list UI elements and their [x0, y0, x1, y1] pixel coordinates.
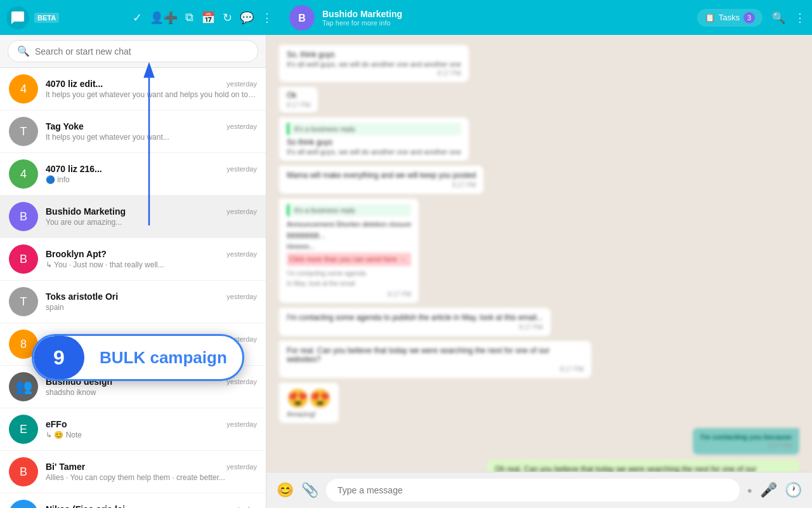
chat-time: yesterday	[226, 123, 257, 130]
chat-name: Bushido Marketing	[322, 9, 690, 19]
chat-icon[interactable]: 💬	[240, 11, 254, 25]
avatar: 4	[9, 159, 38, 189]
list-item[interactable]: 4 4070 liz edit... yesterday It helps yo…	[0, 68, 266, 110]
chat-item-content: Bushido Marketing yesterday You are our …	[46, 206, 257, 227]
chat-time: yesterday	[226, 250, 257, 258]
chat-item-content: eFFo yesterday ↳ 😊 Note	[46, 419, 257, 439]
chat-area: So, think guys It's all well guys, we wi…	[266, 35, 812, 508]
chat-name: 4070 liz edit...	[46, 79, 103, 89]
messages-container: So, think guys It's all well guys, we wi…	[266, 35, 812, 472]
chat-time: yesterday	[226, 505, 257, 508]
message-bubble: I'm contacting some agenda to publish th…	[279, 308, 551, 336]
chat-item-content: 4070 liz edit... yesterday It helps you …	[46, 79, 257, 99]
chat-preview: ↳ 😊 Note	[46, 431, 257, 439]
search-input[interactable]	[35, 46, 249, 57]
top-bar: BETA ✓ 👤➕ ⧉ 📅 ↻ 💬 ⋮ B Bushido Marketing …	[0, 0, 812, 35]
message-bubble: Oh real. Can you believe that today we w…	[487, 460, 799, 472]
chat-name: Tag Yoke	[46, 121, 84, 131]
bulk-campaign-badge[interactable]: 9 BULK campaign	[32, 334, 244, 381]
chat-header: B Bushido Marketing Tap here for more in…	[277, 5, 806, 30]
message-row: So, think guys It's all well guys, we wi…	[279, 45, 799, 82]
chat-preview: You are our amazing...	[46, 218, 257, 227]
message-bubble: It's a business reply Announcement-Short…	[279, 199, 419, 303]
message-row: It's a business reply So think guys It's…	[279, 117, 799, 161]
chat-time: yesterday	[226, 378, 257, 385]
message-bubble: Mama will make everything and we will ke…	[279, 166, 483, 194]
message-input[interactable]	[326, 479, 740, 502]
svg-text:B: B	[298, 12, 306, 23]
avatar: T	[9, 287, 38, 316]
search-bar: 🔍	[0, 35, 266, 68]
toolbar-icons: ✓ 👤➕ ⧉ 📅 ↻ 💬 ⋮	[133, 11, 273, 25]
chat-time: yesterday	[226, 293, 257, 300]
message-row: Mama will make everything and we will ke…	[279, 166, 799, 194]
tasks-count-badge: 3	[743, 12, 755, 23]
message-bubble: Ok 8:17 PM	[279, 87, 318, 112]
list-item[interactable]: B Brooklyn Apt? yesterday ↳ You · Just n…	[0, 238, 266, 281]
mic-icon[interactable]: 🎤	[760, 482, 777, 498]
search-chat-icon[interactable]: 🔍	[771, 11, 785, 25]
chat-item-content: Brooklyn Apt? yesterday ↳ You · Just now…	[46, 249, 257, 269]
chat-list: 4 4070 liz edit... yesterday It helps yo…	[0, 68, 266, 508]
message-bubble: 😍😍 Amazing!	[279, 383, 339, 423]
list-item[interactable]: B Bi' Tamer yesterday Allies · You can c…	[0, 451, 266, 493]
list-item[interactable]: N Nikos (Fico oria loi yesterday 😊	[0, 493, 266, 508]
copy-icon[interactable]: ⧉	[185, 11, 193, 24]
avatar: 4	[9, 74, 38, 104]
tasks-icon: 📋	[705, 13, 715, 22]
emoji-icon[interactable]: 😊	[277, 482, 294, 498]
search-icon: 🔍	[17, 45, 30, 57]
avatar: 👥	[9, 372, 38, 401]
avatar: E	[9, 415, 38, 444]
chat-item-content: Tag Yoke yesterday It helps you get what…	[46, 121, 257, 142]
calendar-icon[interactable]: 📅	[201, 11, 215, 25]
chat-preview: 🔵 info	[46, 175, 257, 184]
avatar: N	[9, 500, 38, 508]
checkmark-icon[interactable]: ✓	[133, 11, 142, 25]
list-item[interactable]: T Toks aristotle Ori yesterday spain	[0, 281, 266, 323]
chat-preview: shadsho iknow	[46, 388, 257, 397]
bulk-campaign-number: 9	[34, 336, 84, 379]
chat-more-icon[interactable]: ⋮	[794, 11, 806, 25]
more-icon[interactable]: ⋮	[261, 11, 273, 25]
attachment-icon[interactable]: 📎	[301, 482, 318, 498]
chat-avatar: B	[289, 5, 315, 30]
message-bubble: For real. Can you believe that today we …	[279, 341, 591, 378]
chat-header-actions: 📋 Tasks 3 🔍 ⋮	[697, 9, 806, 27]
message-row: For real. Can you believe that today we …	[279, 341, 799, 378]
chat-item-content: 4070 liz 216... yesterday 🔵 info	[46, 164, 257, 184]
chat-time: yesterday	[226, 80, 257, 88]
chat-time: yesterday	[226, 208, 257, 215]
tasks-button[interactable]: 📋 Tasks 3	[697, 9, 763, 27]
chat-preview: ↳ You · Just now · that really well...	[46, 260, 257, 269]
message-bubble: So, think guys It's all well guys, we wi…	[279, 45, 469, 82]
chat-item-content: Toks aristotle Ori yesterday spain	[46, 291, 257, 312]
message-row: 😍😍 Amazing!	[279, 383, 799, 423]
clock-icon[interactable]: 🕐	[785, 482, 802, 498]
list-item-active[interactable]: B Bushido Marketing yesterday You are ou…	[0, 196, 266, 238]
avatar: B	[9, 457, 38, 486]
chat-preview: Allies · You can copy them help them · c…	[46, 473, 257, 482]
search-wrapper[interactable]: 🔍	[8, 40, 258, 62]
dot-icon: ●	[747, 485, 752, 495]
tasks-label: Tasks	[719, 13, 740, 22]
chat-preview: It helps you get whatever you want...	[46, 133, 257, 142]
message-row: Ok 8:17 PM	[279, 87, 799, 112]
chat-name: Nikos (Fico oria loi	[46, 504, 125, 508]
chat-item-content: Nikos (Fico oria loi yesterday 😊	[46, 504, 257, 508]
list-item[interactable]: E eFFo yesterday ↳ 😊 Note	[0, 408, 266, 451]
list-item[interactable]: T Tag Yoke yesterday It helps you get wh…	[0, 110, 266, 153]
chat-name: eFFo	[46, 419, 67, 429]
add-user-icon[interactable]: 👤➕	[150, 11, 178, 25]
chat-time: yesterday	[226, 420, 257, 428]
message-row: I'm contacting some agenda to publish th…	[279, 308, 799, 336]
chat-name: Toks aristotle Ori	[46, 291, 118, 302]
chat-header-info: Bushido Marketing Tap here for more info	[322, 9, 690, 27]
message-bubble: It's a business reply So think guys It's…	[279, 117, 469, 161]
refresh-icon[interactable]: ↻	[223, 11, 232, 25]
chat-name: Bi' Tamer	[46, 462, 85, 472]
chat-name: 4070 liz 216...	[46, 164, 102, 174]
list-item[interactable]: 4 4070 liz 216... yesterday 🔵 info	[0, 153, 266, 196]
message-row: I'm contacting you because 8:17 PM	[279, 428, 799, 455]
app-logo	[6, 6, 29, 29]
